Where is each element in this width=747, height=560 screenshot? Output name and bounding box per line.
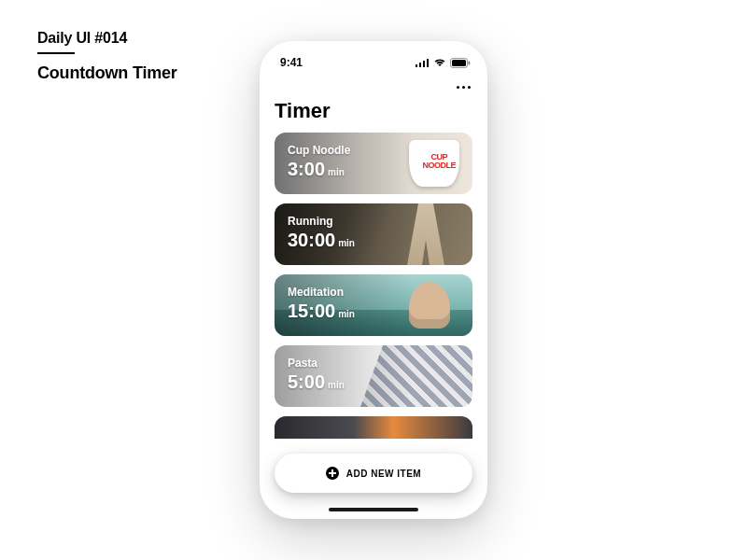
timer-card-cup-noodle[interactable]: CUPNOODLE Cup Noodle 3:00 min bbox=[275, 133, 472, 194]
title-underline bbox=[37, 52, 75, 54]
timer-label: Pasta bbox=[288, 357, 345, 370]
battery-icon bbox=[450, 58, 471, 68]
timer-unit: min bbox=[328, 167, 345, 177]
timer-label: Meditation bbox=[288, 286, 355, 299]
home-indicator bbox=[329, 508, 418, 511]
wifi-icon bbox=[433, 58, 446, 67]
page-title: Countdown Timer bbox=[37, 63, 177, 83]
timer-label: Cup Noodle bbox=[288, 144, 350, 157]
svg-rect-6 bbox=[469, 61, 471, 64]
status-indicators bbox=[416, 58, 471, 68]
svg-rect-5 bbox=[452, 60, 466, 66]
timer-card-meditation[interactable]: Meditation 15:00 min bbox=[275, 274, 472, 336]
timer-card-pasta[interactable]: Pasta 5:00 min bbox=[275, 345, 472, 407]
status-bar: 9:41 bbox=[260, 41, 487, 73]
svg-rect-0 bbox=[416, 64, 417, 67]
cup-noodle-graphic-label: CUPNOODLE bbox=[422, 153, 456, 170]
signal-icon bbox=[416, 58, 430, 67]
status-time: 9:41 bbox=[280, 56, 303, 69]
timer-card-image bbox=[275, 416, 472, 439]
timer-card-text: Running 30:00 min bbox=[288, 215, 355, 251]
svg-rect-1 bbox=[419, 63, 421, 67]
content-area: Timer CUPNOODLE Cup Noodle 3:00 min bbox=[260, 95, 487, 439]
timer-card-text: Meditation 15:00 min bbox=[288, 286, 355, 322]
screen-title: Timer bbox=[275, 99, 472, 123]
timer-unit: min bbox=[338, 309, 355, 319]
timer-card-text: Pasta 5:00 min bbox=[288, 357, 345, 393]
timer-label: Running bbox=[288, 215, 355, 228]
plus-icon bbox=[326, 467, 339, 480]
more-menu-button[interactable] bbox=[457, 78, 471, 95]
timer-card-running[interactable]: Running 30:00 min bbox=[275, 203, 472, 265]
svg-rect-2 bbox=[423, 61, 425, 67]
timer-value: 30:00 bbox=[288, 230, 335, 251]
phone-frame: 9:41 Timer bbox=[260, 41, 487, 519]
timer-list: CUPNOODLE Cup Noodle 3:00 min Running bbox=[275, 133, 472, 439]
series-label: Daily UI #014 bbox=[37, 30, 177, 47]
add-new-item-button[interactable]: ADD NEW ITEM bbox=[275, 454, 472, 493]
app-bar bbox=[260, 73, 487, 95]
timer-unit: min bbox=[338, 238, 355, 248]
svg-rect-3 bbox=[427, 59, 429, 67]
timer-card-text: Cup Noodle 3:00 min bbox=[288, 144, 350, 180]
timer-unit: min bbox=[328, 380, 345, 390]
timer-card-peek[interactable] bbox=[275, 416, 472, 439]
add-button-label: ADD NEW ITEM bbox=[346, 469, 421, 479]
timer-value: 15:00 bbox=[288, 301, 335, 322]
timer-value: 3:00 bbox=[288, 159, 325, 180]
timer-value: 5:00 bbox=[288, 371, 325, 393]
add-button-container: ADD NEW ITEM bbox=[275, 454, 472, 493]
page-header: Daily UI #014 Countdown Timer bbox=[37, 30, 177, 83]
